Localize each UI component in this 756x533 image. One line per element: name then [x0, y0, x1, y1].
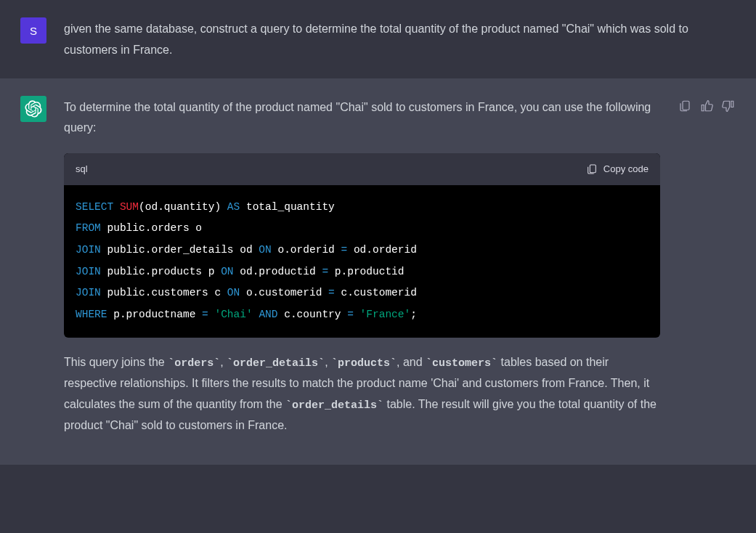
thumbs-up-icon — [700, 99, 713, 113]
thumbs-up-button[interactable] — [699, 99, 714, 113]
code-header: sql Copy code — [64, 153, 660, 184]
user-message-row: S given the same database, construct a q… — [0, 0, 756, 78]
openai-logo-icon — [25, 100, 42, 118]
assistant-intro-text: To determine the total quantity of the p… — [64, 97, 660, 139]
svg-rect-1 — [683, 101, 689, 110]
inline-code-products: `products` — [331, 357, 397, 370]
clipboard-icon — [586, 163, 598, 175]
assistant-explanation: This query joins the `orders`, `order_de… — [64, 352, 660, 436]
user-avatar: S — [20, 17, 46, 44]
thumbs-down-button[interactable] — [721, 99, 736, 113]
copy-message-button[interactable] — [678, 99, 692, 113]
thumbs-down-icon — [722, 99, 735, 113]
inline-code-order-details-2: `order_details` — [285, 399, 383, 412]
clipboard-icon — [678, 99, 691, 113]
assistant-message-content: To determine the total quantity of the p… — [64, 96, 660, 448]
assistant-avatar — [20, 96, 46, 122]
message-actions — [678, 96, 736, 448]
assistant-message-row: To determine the total quantity of the p… — [0, 78, 756, 465]
inline-code-customers: `customers` — [426, 357, 497, 370]
copy-code-label: Copy code — [603, 160, 649, 177]
svg-rect-0 — [590, 165, 596, 173]
code-body[interactable]: SELECT SUM(od.quantity) AS total_quantit… — [64, 185, 660, 338]
code-lang-label: sql — [76, 160, 88, 177]
inline-code-orders: `orders` — [168, 357, 220, 370]
copy-code-button[interactable]: Copy code — [586, 160, 649, 177]
inline-code-order-details: `order_details` — [227, 357, 325, 370]
user-message-text: given the same database, construct a que… — [64, 17, 736, 61]
code-block: sql Copy code SELECT SUM(od.quantity) AS… — [64, 153, 660, 338]
